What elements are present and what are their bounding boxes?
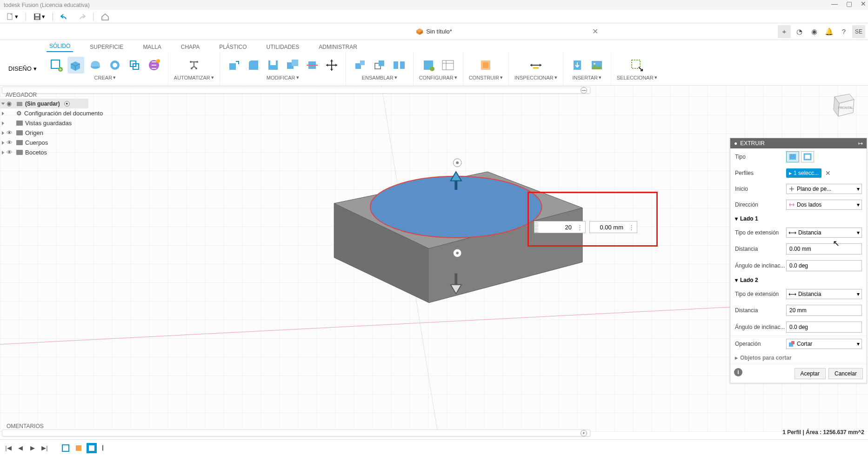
redo-icon[interactable]	[74, 13, 88, 21]
extensions-icon[interactable]: ◔	[793, 25, 806, 38]
loft-icon[interactable]	[126, 57, 143, 74]
ribbon-label-crear[interactable]: CREAR ▾	[94, 74, 116, 80]
tab-chapa[interactable]: CHAPA	[178, 42, 202, 52]
inline-input-1[interactable]: ⋮	[534, 221, 586, 233]
ribbon-label-configurar[interactable]: CONFIGURAR ▾	[419, 74, 457, 80]
rigid-icon[interactable]	[391, 57, 407, 74]
info-icon[interactable]: i	[734, 368, 742, 376]
ribbon-label-insertar[interactable]: INSERTAR ▾	[572, 74, 601, 80]
close-icon[interactable]: ✕	[861, 0, 866, 7]
help-icon[interactable]: ?	[837, 25, 850, 38]
browser-item-config[interactable]: ⚙ Configuración del documento	[0, 108, 116, 118]
timeline-start-icon[interactable]: |◀	[4, 443, 13, 453]
visibility-icon[interactable]: 👁	[7, 129, 14, 136]
extent-select-2[interactable]: ⟷Distancia▾	[786, 289, 862, 299]
accept-button[interactable]: Aceptar	[795, 368, 826, 379]
visibility-icon[interactable]: 👁	[7, 139, 14, 146]
type-solid-icon[interactable]	[786, 151, 799, 162]
section-lado1[interactable]: ▾ Lado 1	[730, 213, 867, 225]
cancel-button[interactable]: Cancelar	[828, 368, 863, 379]
construct-icon[interactable]	[477, 57, 494, 74]
browser-root[interactable]: ◉ (Sin guardar) ●	[0, 99, 88, 108]
job-status-icon[interactable]: ◉	[808, 25, 821, 38]
browser-item-cuerpos[interactable]: 👁 Cuerpos	[0, 138, 116, 148]
workspace-selector[interactable]: DISEÑO ▾	[3, 62, 42, 75]
ribbon-label-inspeccionar[interactable]: INSPECCIONAR ▾	[514, 74, 557, 80]
distance-field-2[interactable]	[786, 305, 862, 316]
maximize-icon[interactable]: ▢	[846, 0, 852, 7]
document-tab[interactable]: Sin título*	[410, 26, 458, 37]
user-avatar[interactable]: SE	[852, 25, 865, 38]
tab-plastico[interactable]: PLÁSTICO	[216, 42, 249, 52]
ribbon-label-seleccionar[interactable]: SELECCIONAR ▾	[617, 74, 657, 80]
distance-field-1[interactable]	[786, 243, 862, 255]
configure-icon[interactable]	[420, 57, 437, 74]
image-icon[interactable]	[588, 57, 605, 74]
direction-select[interactable]: Dos lados▾	[786, 200, 862, 210]
assemble-icon[interactable]	[352, 57, 368, 74]
start-select[interactable]: Plano de pe...▾	[786, 184, 862, 194]
automate-icon[interactable]	[186, 57, 202, 74]
revolve-icon[interactable]	[87, 57, 104, 74]
operation-select[interactable]: Cortar▾	[786, 339, 862, 349]
notifications-icon[interactable]: 🔔	[822, 25, 835, 38]
distance-input-1[interactable]	[538, 224, 574, 231]
options-icon[interactable]: ⋮	[626, 224, 637, 231]
sweep-icon[interactable]	[107, 57, 123, 74]
tab-close-icon[interactable]: ✕	[592, 27, 598, 36]
feature-extrude-icon[interactable]	[73, 443, 84, 453]
taper-field-2[interactable]	[786, 322, 862, 333]
viewcube[interactable]: FRONTAL	[825, 91, 858, 119]
fillet-icon[interactable]	[245, 57, 262, 74]
save-icon[interactable]: ▾	[31, 12, 48, 21]
sketch-icon[interactable]: +	[48, 57, 65, 74]
presspull-icon[interactable]	[226, 57, 242, 74]
feature-extrude2-icon[interactable]	[87, 443, 97, 453]
split-icon[interactable]	[304, 57, 320, 74]
timeline-prev-icon[interactable]: ◀	[16, 443, 25, 453]
distance-input-2[interactable]	[590, 224, 626, 231]
ribbon-label-construir[interactable]: CONSTRUIR ▾	[469, 74, 503, 80]
ribbon-label-automatizar[interactable]: AUTOMATIZAR ▾	[174, 74, 214, 80]
tab-solido[interactable]: SÓLIDO	[47, 41, 73, 52]
pin-icon[interactable]: ↦	[858, 140, 863, 147]
new-file-icon[interactable]: ▾	[4, 12, 21, 21]
minimize-icon[interactable]: —	[831, 0, 838, 7]
browser-item-vistas[interactable]: Vistas guardadas	[0, 118, 116, 128]
joint-icon[interactable]	[371, 57, 388, 74]
timeline-marker-icon[interactable]: ▎	[100, 443, 109, 453]
tab-malla[interactable]: MALLA	[140, 42, 164, 52]
inspect-icon[interactable]	[527, 57, 544, 74]
undo-icon[interactable]	[58, 13, 72, 21]
profile-chip[interactable]: ▸ 1 selecc...	[786, 168, 821, 178]
browser-item-bocetos[interactable]: 👁 Bocetos	[0, 148, 116, 157]
feature-sketch-icon[interactable]	[60, 443, 71, 453]
panel-title-bar[interactable]: ●EXTRUIR↦	[730, 138, 867, 148]
move-icon[interactable]	[323, 57, 340, 74]
home-icon[interactable]	[98, 12, 112, 21]
tab-administrar[interactable]: ADMINISTRAR	[316, 42, 360, 52]
extrude-icon[interactable]	[67, 57, 84, 74]
tab-utilidades[interactable]: UTILIDADES	[264, 42, 302, 52]
insert-icon[interactable]	[569, 57, 586, 74]
ribbon-label-modificar[interactable]: MODIFICAR ▾	[267, 74, 299, 80]
shell-icon[interactable]	[265, 57, 281, 74]
type-thin-icon[interactable]	[801, 151, 814, 162]
taper-field-1[interactable]	[786, 260, 862, 271]
select-icon[interactable]	[628, 57, 645, 74]
browser-item-origen[interactable]: 👁 Origen	[0, 128, 116, 138]
tab-superficie[interactable]: SUPERFICIE	[87, 42, 126, 52]
ribbon-label-ensamblar[interactable]: ENSAMBLAR ▾	[362, 74, 397, 80]
inline-input-2[interactable]: ⋮	[589, 221, 637, 233]
section-objetos[interactable]: ▸ Objetos para cortar	[730, 352, 867, 364]
new-tab-button[interactable]: +	[778, 25, 791, 38]
configtable-icon[interactable]	[440, 57, 456, 74]
visibility-icon[interactable]: ◉	[7, 100, 14, 107]
timeline-play-icon[interactable]: ▶	[28, 443, 37, 453]
options-icon[interactable]: ⋮	[574, 224, 585, 231]
visibility-icon[interactable]: 👁	[7, 149, 14, 156]
combine-icon[interactable]	[284, 57, 301, 74]
clear-selection-icon[interactable]: ✕	[823, 169, 833, 177]
extent-select-1[interactable]: ⟷Distancia▾	[786, 228, 862, 238]
timeline-next-icon[interactable]: ▶|	[40, 443, 49, 453]
